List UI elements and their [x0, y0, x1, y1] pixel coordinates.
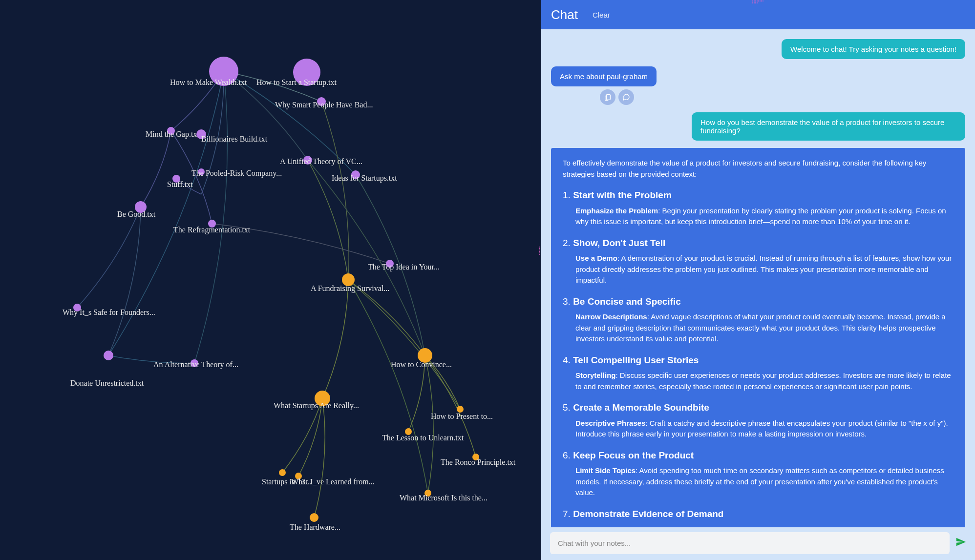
graph-edge [194, 71, 227, 363]
bot-prompt: Ask me about paul-graham [551, 66, 657, 86]
send-button[interactable] [955, 537, 966, 550]
graph-node-label: Stuff.txt [167, 180, 193, 188]
svg-rect-0 [606, 95, 610, 100]
chat-title: Chat [551, 7, 578, 22]
section-title: Demonstrate Evidence of Demand [573, 509, 723, 519]
response-section: Tell Compelling User StoriesStorytelling… [563, 353, 954, 393]
graph-node-label: An Alternative Theory of... [153, 360, 238, 369]
response-section: Demonstrate Evidence of Demand [563, 507, 954, 521]
section-title: Be Concise and Specific [573, 296, 681, 307]
user-question: How do you best demonstrate the value of… [692, 112, 965, 141]
chat-input[interactable] [550, 532, 950, 554]
graph-node-label: The Pooled-Risk Company... [191, 169, 282, 178]
section-body: Storytelling: Discuss specific user expe… [575, 370, 954, 392]
response-section: Create a Memorable SoundbiteDescriptive … [563, 401, 954, 440]
section-title: Show, Don't Just Tell [573, 238, 665, 248]
response-section: Be Concise and SpecificNarrow Descriptio… [563, 295, 954, 345]
graph-edge [298, 398, 322, 476]
section-body: Limit Side Topics: Avoid spending too mu… [575, 465, 954, 498]
graph-node-label: How to Present to... [431, 412, 493, 420]
graph-node-label: Ideas for Startups.txt [332, 174, 397, 183]
graph-node-label: Donate Unrestricted.txt [70, 379, 144, 387]
graph-edge [308, 160, 425, 355]
graph-node-label: Why Smart People Have Bad... [275, 101, 373, 109]
graph-node-label: How to Convince... [391, 360, 452, 369]
graph-node-label: What Startups Are Really... [274, 401, 359, 410]
section-body: Emphasize the Problem: Begin your presen… [575, 206, 954, 228]
graph-node-label: The Top Idea in Your... [368, 263, 440, 271]
response-section: Show, Don't Just TellUse a Demo: A demon… [563, 236, 954, 286]
section-title: Tell Compelling User Stories [573, 355, 699, 365]
welcome-message: Welcome to chat! Try asking your notes a… [782, 39, 965, 59]
graph-node[interactable] [279, 469, 286, 476]
response-list: Start with the ProblemEmphasize the Prob… [563, 188, 954, 521]
chat-icon [622, 93, 630, 101]
graph-node[interactable] [457, 406, 464, 413]
graph-node-label: The Ronco Principle.txt [441, 458, 516, 467]
chat-input-bar [541, 527, 975, 560]
chat-body[interactable]: Welcome to chat! Try asking your notes a… [541, 29, 975, 527]
reply-button[interactable] [618, 89, 634, 105]
response-intro: To effectively demonstrate the value of … [563, 158, 954, 180]
clear-button[interactable]: Clear [593, 11, 610, 19]
graph-node[interactable] [104, 351, 113, 360]
graph-edge [77, 207, 141, 308]
graph-edge [322, 280, 348, 398]
graph-node[interactable] [310, 513, 318, 522]
graph-node-label: A Unified Theory of VC... [280, 157, 362, 166]
section-body: Narrow Descriptions: Avoid vague descrip… [575, 311, 954, 345]
graph-node-label: Billionaires Build.txt [201, 135, 268, 143]
graph-panel[interactable]: How to Make Wealth.txtHow to Start a Sta… [0, 0, 541, 560]
graph-edge [141, 131, 171, 207]
response-card: To effectively demonstrate the value of … [551, 148, 965, 527]
section-body: Descriptive Phrases: Craft a catchy and … [575, 418, 954, 440]
graph-edge [321, 102, 349, 280]
graph-node-label: Why It_s Safe for Founders... [63, 308, 155, 317]
graph-node-label: Be Good.txt [117, 210, 156, 218]
send-icon [955, 537, 966, 547]
copy-button[interactable] [600, 89, 615, 105]
graph-node-label: The Lesson to Unlearn.txt [382, 434, 464, 442]
graph-edge [348, 280, 428, 493]
graph-edge [425, 355, 433, 493]
graph-node-label: How to Start a Startup.txt [256, 78, 337, 87]
section-title: Keep Focus on the Product [573, 450, 694, 460]
graph-node-label: A Fundraising Survival... [311, 284, 389, 293]
chat-header: Chat Clear [541, 0, 975, 29]
graph-edge [348, 280, 460, 409]
response-section: Start with the ProblemEmphasize the Prob… [563, 188, 954, 228]
graph-canvas[interactable]: How to Make Wealth.txtHow to Start a Sta… [0, 0, 541, 560]
graph-node-label: The Hardware... [290, 523, 340, 531]
chat-panel: Chat Clear Welcome to chat! Try asking y… [541, 0, 975, 560]
graph-node-label: Mind the Gap.txt [146, 130, 199, 139]
response-section: Keep Focus on the ProductLimit Side Topi… [563, 449, 954, 498]
graph-node-label: What I_ve Learned from... [291, 477, 375, 486]
section-body: Use a Demo: A demonstration of your prod… [575, 253, 954, 286]
section-title: Create a Memorable Soundbite [573, 402, 709, 413]
section-title: Start with the Problem [573, 190, 672, 200]
graph-node-label: How to Make Wealth.txt [170, 78, 247, 86]
graph-edge [108, 207, 141, 355]
graph-node-label: What Microsoft Is this the... [400, 494, 488, 502]
graph-node-label: The Refragmentation.txt [173, 226, 251, 234]
drag-handle[interactable] [752, 0, 764, 4]
clipboard-icon [604, 93, 612, 101]
